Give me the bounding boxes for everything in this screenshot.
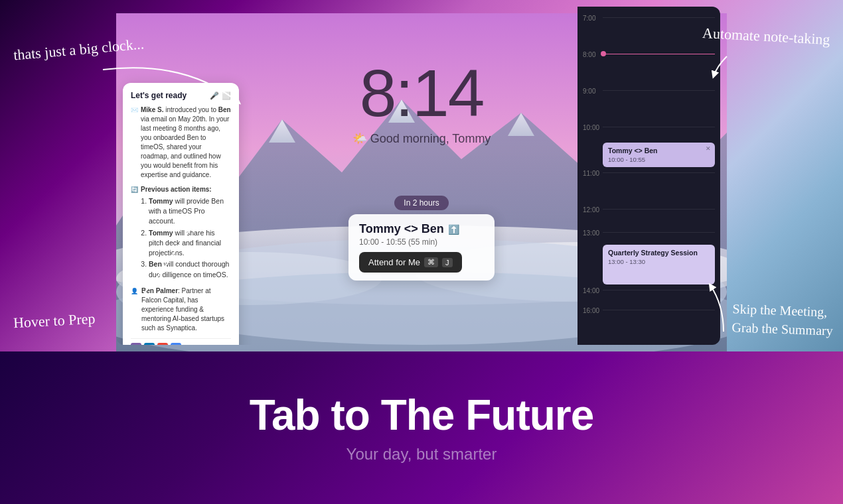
cal-row-7: 7:00 — [577, 13, 720, 50]
kbd-j: J — [442, 258, 453, 267]
prep-bottom-bar: 🔮 in M 🔵 Tell me more — [131, 338, 231, 345]
annotation-bottom-right: Skip the Meeting,Grab the Summary — [731, 299, 834, 340]
attend-button[interactable]: Attend for Me ⌘ J — [359, 252, 462, 273]
cal-row-16: 16:00 — [577, 306, 720, 326]
cal-row-13: 13:00 — [577, 228, 720, 245]
expand-icon: ⬜ — [222, 92, 231, 100]
app-icon-linkedin: in — [144, 343, 155, 345]
intro-section: ✉️ Mike S. introduced you to Ben via ema… — [131, 105, 231, 180]
prep-card-title: Let's get ready — [131, 91, 187, 100]
cal-label-12: 12:00 — [583, 205, 603, 214]
cal-event-time: 10:00 - 10:55 — [608, 156, 710, 163]
app-icon-1: 🔮 — [131, 343, 141, 345]
email-icon: ✉️ — [131, 106, 138, 115]
prep-card-header: Let's get ready 🎤 ⬜ — [131, 91, 231, 100]
cal-row-11: 11:00 — [577, 168, 720, 205]
intro-text: Mike S. introduced you to Ben via email … — [141, 105, 231, 180]
annotation-bottom-left: Hover to Prep — [13, 309, 96, 334]
cal-label-13: 13:00 — [583, 228, 603, 237]
tell-me-more-button[interactable]: Tell me more — [189, 344, 231, 345]
action-items-label: Previous action items: — [141, 185, 231, 194]
cal-event-title: Tommy <> Ben — [608, 147, 710, 155]
action-list: Tommy will provide Ben with a timeOS Pro… — [141, 196, 231, 280]
meeting-title: Tommy <> Ben ⬆️ — [359, 222, 484, 236]
top-section: thats just a big clock... Automate note-… — [0, 0, 843, 351]
meeting-card: Tommy <> Ben ⬆️ 10:00 - 10:55 (55 min) A… — [348, 214, 495, 281]
partner-text: Ben Palmer: Partner at Falcon Capital, h… — [141, 286, 231, 333]
partner-section: 👤 Ben Palmer: Partner at Falcon Capital,… — [131, 286, 231, 333]
cal-label-11: 11:00 — [583, 168, 603, 177]
cal-label-10: 10:00 — [583, 123, 603, 131]
action-item: Tommy will share his pitch deck and fina… — [149, 228, 231, 259]
action-items-section: 🔄 Previous action items: Tommy will prov… — [131, 185, 231, 281]
cal-row-9: 9:00 — [577, 86, 720, 123]
prep-card: Let's get ready 🎤 ⬜ ✉️ Mike S. introduce… — [123, 83, 239, 345]
cal-event-tommy-ben[interactable]: ✕ Tommy <> Ben 10:00 - 10:55 — [603, 143, 715, 167]
bottom-section: Tab to The Future Your day, but smarter — [0, 351, 843, 504]
cal-label-7: 7:00 — [583, 13, 603, 22]
action-item: Ben will conduct thorough due dilligence… — [149, 259, 231, 279]
cal-row-10: 10:00 — [577, 123, 720, 143]
clock-greeting: 🌤️ Good morning, Tommy — [352, 131, 491, 146]
page-wrapper: thats just a big clock... Automate note-… — [0, 0, 843, 504]
cal-label-9: 9:00 — [583, 86, 603, 95]
cal-label-16: 16:00 — [583, 306, 603, 314]
quarterly-event-time: 13:00 - 13:30 — [608, 258, 710, 265]
upcoming-meeting-overlay: In 2 hours Tommy <> Ben ⬆️ 10:00 - 10:55… — [348, 196, 495, 281]
meeting-time: 10:00 - 10:55 (55 min) — [359, 237, 484, 247]
main-headline: Tab to The Future — [250, 392, 594, 438]
quarterly-event-title: Quarterly Strategy Session — [608, 249, 710, 257]
upcoming-badge: In 2 hours — [394, 196, 448, 210]
cal-section-10: 10:00 ✕ Tommy <> Ben 10:00 - 10:55 — [577, 123, 720, 167]
cal-label-8: 8:00 — [583, 50, 603, 58]
cal-section-13: 13:00 Quarterly Strategy Session 13:00 -… — [577, 228, 720, 284]
close-icon[interactable]: ✕ — [706, 145, 711, 152]
action-item: Tommy will provide Ben with a timeOS Pro… — [149, 196, 231, 227]
partner-icon: 👤 — [131, 287, 138, 333]
action-icon: 🔄 — [131, 186, 138, 194]
cal-row-8: 8:00 — [577, 50, 720, 86]
cal-row-12: 12:00 — [577, 205, 720, 228]
cal-row-14: 14:00 — [577, 286, 720, 306]
mic-icon: 🎤 — [210, 92, 219, 100]
calendar-panel: 7:00 8:00 9:00 10: — [577, 7, 720, 345]
app-icon-gmail: M — [157, 343, 168, 345]
current-time-line — [603, 54, 715, 54]
kbd-cmd: ⌘ — [424, 257, 438, 267]
clock-time: 8:14 — [352, 60, 491, 126]
cal-label-14: 14:00 — [583, 286, 603, 294]
sub-headline: Your day, but smarter — [346, 445, 497, 464]
cal-event-quarterly[interactable]: Quarterly Strategy Session 13:00 - 13:30 — [603, 245, 715, 284]
share-icon: ⬆️ — [448, 224, 459, 235]
sun-icon: 🌤️ — [352, 132, 367, 145]
clock-display: 8:14 🌤️ Good morning, Tommy — [352, 60, 491, 146]
app-icon-4: 🔵 — [171, 343, 181, 345]
